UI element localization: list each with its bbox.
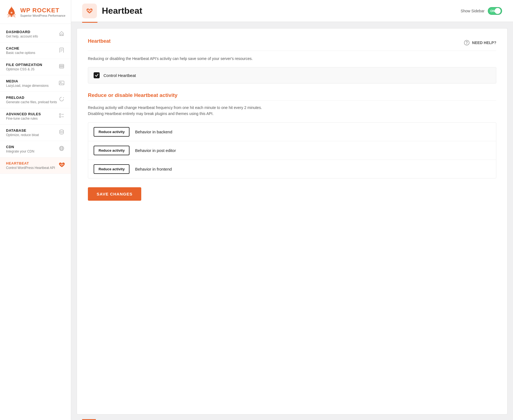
sidebar-item-db-sub: Optimize, reduce bloat bbox=[6, 133, 58, 137]
heartbeat-section-title: Heartbeat bbox=[88, 38, 111, 44]
main-area: Heartbeat Show Sidebar ON Heartbeat bbox=[71, 0, 513, 420]
sidebar-item-heartbeat[interactable]: HEARTBEAT Control WordPress Heartbeat AP… bbox=[0, 157, 71, 174]
media-icon bbox=[58, 80, 65, 87]
behavior-row-backend: Reduce activity Behavior in backend bbox=[88, 123, 496, 141]
sidebar-item-fileopt-title: FILE OPTIMIZATION bbox=[6, 63, 58, 67]
sidebar-item-preload[interactable]: PRELOAD Generate cache files, preload fo… bbox=[0, 92, 71, 108]
home-icon bbox=[58, 31, 65, 38]
reduce-activity-backend-button[interactable]: Reduce activity bbox=[94, 127, 129, 137]
control-heartbeat-label: Control Heartbeat bbox=[103, 73, 136, 78]
sidebar-item-media-sub: LazyLoad, image dimensions bbox=[6, 84, 58, 88]
sidebar: WP ROCKET Superior WordPress Performance… bbox=[0, 0, 71, 420]
header-underline bbox=[82, 22, 97, 23]
control-heartbeat-checkbox[interactable] bbox=[94, 72, 100, 78]
sidebar-item-heartbeat-sub: Control WordPress Heartbeat API bbox=[6, 166, 58, 170]
top-bar: Heartbeat Show Sidebar ON bbox=[71, 0, 513, 22]
behavior-post-editor-label: Behavior in post editor bbox=[135, 148, 176, 153]
sidebar-item-dashboard[interactable]: DASHBOARD Get help, account info bbox=[0, 26, 71, 42]
reduce-section-desc: Reducing activity will change Heartbeat … bbox=[88, 105, 496, 117]
need-help-button[interactable]: NEED HELP? bbox=[464, 40, 496, 46]
heartbeat-description: Reducing or disabling the Heartbeat API'… bbox=[88, 56, 496, 62]
sidebar-toggle-switch[interactable]: ON bbox=[488, 7, 502, 15]
page-icon bbox=[82, 4, 97, 18]
sidebar-item-database[interactable]: DATABASE Optimize, reduce bloat bbox=[0, 125, 71, 141]
sidebar-item-adv-title: ADVANCED RULES bbox=[6, 112, 58, 116]
sidebar-item-advanced-rules[interactable]: ADVANCED RULES Fine-tune cache rules bbox=[0, 108, 71, 125]
section-divider-2 bbox=[88, 100, 496, 101]
reduce-activity-frontend-button[interactable]: Reduce activity bbox=[94, 164, 129, 174]
sidebar-item-db-title: DATABASE bbox=[6, 128, 58, 133]
control-heartbeat-card: Control Heartbeat bbox=[88, 67, 496, 84]
preload-icon bbox=[58, 96, 65, 103]
sidebar-item-dashboard-sub: Get help, account info bbox=[6, 34, 58, 38]
heartbeat-sidebar-icon bbox=[58, 162, 65, 169]
database-icon bbox=[58, 129, 65, 136]
sidebar-item-adv-sub: Fine-tune cache rules bbox=[6, 117, 58, 120]
sidebar-item-preload-sub: Generate cache files, preload fonts bbox=[6, 100, 58, 104]
logo-icon bbox=[5, 5, 18, 19]
section-divider-1 bbox=[88, 51, 496, 51]
logo-rocket-text: ROCKET bbox=[32, 7, 59, 14]
sidebar-item-preload-title: PRELOAD bbox=[6, 96, 58, 100]
file-opt-icon bbox=[58, 63, 65, 71]
need-help-label: NEED HELP? bbox=[472, 41, 496, 45]
sidebar-item-media-title: MEDIA bbox=[6, 79, 58, 83]
behavior-frontend-label: Behavior in frontend bbox=[135, 167, 172, 171]
behavior-row-post-editor: Reduce activity Behavior in post editor bbox=[88, 141, 496, 160]
sidebar-item-dashboard-title: DASHBOARD bbox=[6, 30, 58, 34]
svg-rect-9 bbox=[59, 114, 61, 115]
sidebar-navigation: DASHBOARD Get help, account info CACHE B… bbox=[0, 24, 71, 420]
reduce-activity-post-editor-button[interactable]: Reduce activity bbox=[94, 146, 129, 155]
svg-point-8 bbox=[60, 82, 61, 83]
sidebar-item-heartbeat-title: HEARTBEAT bbox=[6, 161, 58, 165]
logo-area: WP ROCKET Superior WordPress Performance bbox=[0, 0, 71, 24]
logo-subtitle: Superior WordPress Performance bbox=[20, 14, 65, 17]
save-changes-button[interactable]: SAVE CHANGES bbox=[88, 187, 141, 201]
sidebar-item-cdn-title: CDN bbox=[6, 145, 58, 149]
toggle-knob bbox=[495, 8, 501, 14]
svg-point-13 bbox=[60, 130, 64, 131]
svg-rect-1 bbox=[11, 14, 12, 17]
advanced-rules-icon bbox=[58, 113, 65, 120]
sidebar-item-cache-title: CACHE bbox=[6, 46, 58, 50]
sidebar-item-cdn[interactable]: CDN Integrate your CDN bbox=[0, 141, 71, 157]
cache-icon bbox=[58, 47, 65, 54]
sidebar-item-cache[interactable]: CACHE Basic cache options bbox=[0, 42, 71, 59]
svg-rect-10 bbox=[59, 116, 61, 117]
sidebar-item-fileopt-sub: Optimize CSS & JS bbox=[6, 67, 58, 71]
page-title: Heartbeat bbox=[102, 6, 142, 16]
behavior-backend-label: Behavior in backend bbox=[135, 130, 172, 134]
behavior-row-frontend: Reduce activity Behavior in frontend bbox=[88, 160, 496, 178]
sidebar-toggle-area: Show Sidebar ON bbox=[461, 7, 502, 15]
sidebar-item-media[interactable]: MEDIA LazyLoad, image dimensions bbox=[0, 75, 71, 92]
logo-text: WP ROCKET Superior WordPress Performance bbox=[20, 7, 65, 17]
sidebar-item-file-optimization[interactable]: FILE OPTIMIZATION Optimize CSS & JS bbox=[0, 59, 71, 75]
sidebar-item-cdn-sub: Integrate your CDN bbox=[6, 149, 58, 153]
svg-rect-7 bbox=[59, 81, 64, 85]
show-sidebar-label: Show Sidebar bbox=[461, 9, 485, 13]
section-help-row: Heartbeat NEED HELP? bbox=[88, 38, 496, 47]
logo-wp-text: WP bbox=[20, 7, 32, 14]
logo-brand: WP ROCKET bbox=[20, 7, 65, 14]
cdn-icon bbox=[58, 145, 65, 153]
toggle-on-label: ON bbox=[490, 9, 495, 13]
content-area: Heartbeat NEED HELP? Reducing or disabli… bbox=[77, 28, 508, 415]
behavior-card: Reduce activity Behavior in backend Redu… bbox=[88, 122, 496, 179]
page-title-area: Heartbeat bbox=[82, 4, 142, 18]
sidebar-item-cache-sub: Basic cache options bbox=[6, 51, 58, 55]
reduce-section-title: Reduce or disable Heartbeat activity bbox=[88, 92, 496, 98]
